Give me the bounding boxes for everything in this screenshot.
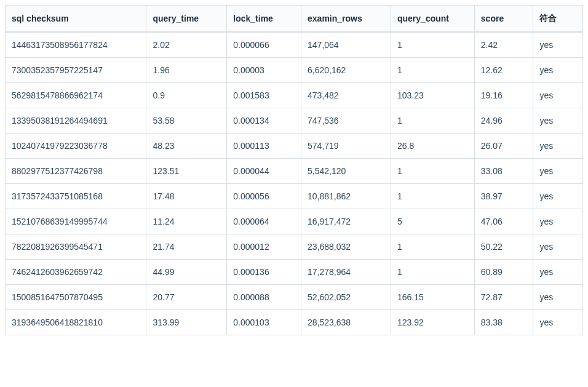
cell-examin-rows: 16,917,472 [301,209,391,234]
cell-query-count: 5 [391,209,474,234]
cell-score: 60.89 [474,260,533,285]
table-body: 144631735089561778242.020.000066147,0641… [6,32,583,335]
cell-examin-rows: 17,278,964 [301,260,391,285]
cell-query-time: 17.48 [146,184,227,209]
cell-query-time: 44.99 [146,260,227,285]
sql-metrics-table: sql checksum query_time lock_time examin… [5,5,583,335]
cell-examin-rows: 5,542,120 [301,159,391,184]
cell-query-count: 1 [391,234,474,260]
cell-query-count: 103.23 [391,83,474,108]
cell-query-count: 1 [391,184,474,209]
cell-lock-time: 0.000044 [227,159,301,184]
cell-meet: yes [533,234,583,260]
cell-checksum: 14463173508956177824 [6,32,146,58]
cell-lock-time: 0.000136 [227,260,301,285]
table-row: 746241260396265974244.990.00013617,278,9… [6,260,583,285]
cell-query-count: 1 [391,159,474,184]
header-meet: 符合 [533,6,583,33]
cell-checksum: 3173572433751085168 [6,184,146,209]
cell-lock-time: 0.00003 [227,58,301,83]
table-row: 317357243375108516817.480.00005610,881,8… [6,184,583,209]
cell-lock-time: 0.000103 [227,310,301,335]
cell-checksum: 7462412603962659742 [6,260,146,285]
cell-lock-time: 0.000134 [227,108,301,134]
cell-checksum: 7822081926399545471 [6,234,146,260]
cell-examin-rows: 473,482 [301,83,391,108]
table-row: 1024074197922303677848.230.000113574,719… [6,134,583,159]
cell-score: 72.87 [474,285,533,310]
cell-query-count: 1 [391,58,474,83]
cell-examin-rows: 747,536 [301,108,391,134]
cell-examin-rows: 574,719 [301,134,391,159]
table-row: 73003523579572251471.960.000036,620,1621… [6,58,583,83]
cell-query-time: 53.58 [146,108,227,134]
table-row: 8802977512377426798123.510.0000445,542,1… [6,159,583,184]
cell-checksum: 7300352357957225147 [6,58,146,83]
table-row: 1339503819126449469153.580.000134747,536… [6,108,583,134]
cell-meet: yes [533,159,583,184]
cell-examin-rows: 52,602,052 [301,285,391,310]
cell-checksum: 15210768639149995744 [6,209,146,234]
header-score: score [474,6,533,33]
cell-examin-rows: 23,688,032 [301,234,391,260]
cell-lock-time: 0.000056 [227,184,301,209]
cell-score: 47.06 [474,209,533,234]
cell-score: 2.42 [474,32,533,58]
cell-meet: yes [533,108,583,134]
cell-query-count: 1 [391,32,474,58]
cell-meet: yes [533,32,583,58]
cell-query-time: 0.9 [146,83,227,108]
table-header-row: sql checksum query_time lock_time examin… [6,6,583,33]
table-row: 3193649506418821810313.990.00010328,523,… [6,310,583,335]
header-examin-rows: examin_rows [301,6,391,33]
cell-meet: yes [533,260,583,285]
cell-meet: yes [533,285,583,310]
cell-query-time: 2.02 [146,32,227,58]
cell-meet: yes [533,310,583,335]
cell-examin-rows: 6,620,162 [301,58,391,83]
cell-score: 19.16 [474,83,533,108]
cell-meet: yes [533,83,583,108]
cell-query-count: 123.92 [391,310,474,335]
cell-examin-rows: 147,064 [301,32,391,58]
cell-lock-time: 0.000088 [227,285,301,310]
cell-query-time: 11.24 [146,209,227,234]
cell-query-time: 48.23 [146,134,227,159]
cell-meet: yes [533,58,583,83]
cell-score: 26.07 [474,134,533,159]
header-checksum: sql checksum [6,6,146,33]
table-row: 144631735089561778242.020.000066147,0641… [6,32,583,58]
cell-score: 24.96 [474,108,533,134]
cell-meet: yes [533,134,583,159]
cell-lock-time: 0.001583 [227,83,301,108]
cell-examin-rows: 28,523,638 [301,310,391,335]
cell-query-time: 21.74 [146,234,227,260]
header-query-time: query_time [146,6,227,33]
cell-query-count: 1 [391,108,474,134]
cell-lock-time: 0.000066 [227,32,301,58]
cell-checksum: 5629815478866962174 [6,83,146,108]
cell-query-time: 313.99 [146,310,227,335]
cell-meet: yes [533,184,583,209]
cell-query-time: 1.96 [146,58,227,83]
cell-query-time: 20.77 [146,285,227,310]
table-row: 782208192639954547121.740.00001223,688,0… [6,234,583,260]
cell-checksum: 8802977512377426798 [6,159,146,184]
cell-checksum: 1500851647507870495 [6,285,146,310]
table-row: 56298154788669621740.90.001583473,482103… [6,83,583,108]
cell-checksum: 13395038191264494691 [6,108,146,134]
cell-score: 38.97 [474,184,533,209]
cell-checksum: 3193649506418821810 [6,310,146,335]
cell-score: 12.62 [474,58,533,83]
cell-query-time: 123.51 [146,159,227,184]
table-row: 150085164750787049520.770.00008852,602,0… [6,285,583,310]
cell-lock-time: 0.000113 [227,134,301,159]
header-lock-time: lock_time [227,6,301,33]
cell-query-count: 26.8 [391,134,474,159]
cell-score: 83.38 [474,310,533,335]
cell-score: 50.22 [474,234,533,260]
cell-lock-time: 0.000012 [227,234,301,260]
cell-score: 33.08 [474,159,533,184]
cell-meet: yes [533,209,583,234]
table-row: 1521076863914999574411.240.00006416,917,… [6,209,583,234]
